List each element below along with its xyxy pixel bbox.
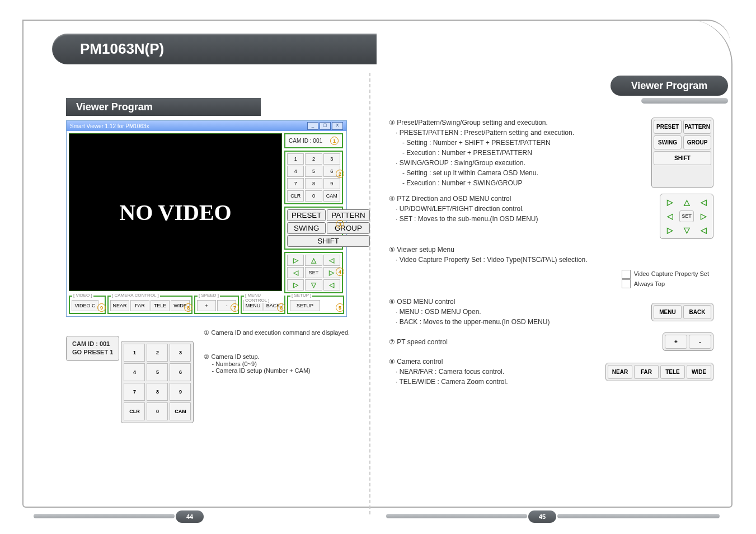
kp2-3[interactable]: 3 [170, 344, 191, 362]
key-cam[interactable]: CAM [323, 190, 340, 202]
dir-sw-icon[interactable]: ▷ [287, 279, 304, 291]
preset-panel: PRESET PATTERN SWING GROUP SHIFT 3 [284, 207, 343, 250]
kp2-9[interactable]: 9 [170, 383, 191, 401]
setup-button[interactable]: SETUP [290, 300, 320, 311]
r-far[interactable]: FAR [634, 365, 659, 379]
note-2-b: - Camera ID setup (Number + CAM) [204, 367, 350, 374]
menu-control-section: [ MENU CONTROL ] MENU BACK 6 [241, 296, 285, 314]
rdir-right-icon[interactable]: ▷ [696, 210, 711, 222]
kp2-clr[interactable]: CLR [124, 402, 145, 420]
pagebar-left [34, 514, 175, 518]
key-2[interactable]: 2 [305, 153, 322, 165]
rdir-nw-icon[interactable]: ▷ [663, 196, 677, 208]
info-line-2: GO PRESET 1 [72, 348, 113, 357]
speed-legend: [ SPEED ] [198, 293, 220, 298]
r-tele[interactable]: TELE [660, 365, 685, 379]
r-swing[interactable]: SWING [654, 135, 682, 149]
r-preset[interactable]: PRESET [654, 120, 682, 134]
camera-control-section: [ CAMERA CONTROL ] NEAR FAR TELE WIDE 8 [107, 296, 192, 314]
menu-item-video-capture[interactable]: Video Capture Property Set [622, 269, 709, 279]
kp2-5[interactable]: 5 [147, 363, 168, 381]
key-8[interactable]: 8 [305, 178, 322, 189]
speed-box: +- [663, 332, 713, 351]
dir-ne-icon[interactable]: ◁ [323, 255, 340, 266]
video-c-button[interactable]: VIDEO C [72, 300, 98, 311]
kp2-1[interactable]: 1 [124, 344, 145, 362]
rdir-left-icon[interactable]: ◁ [663, 210, 677, 222]
key-7[interactable]: 7 [287, 178, 304, 189]
rdir-up-icon[interactable]: △ [679, 196, 694, 208]
marker-4: 4 [336, 268, 344, 276]
window-close-icon[interactable]: X [332, 122, 343, 130]
video-area: NO VIDEO [69, 133, 282, 291]
swing-button[interactable]: SWING [287, 222, 326, 234]
kp2-7[interactable]: 7 [124, 383, 145, 401]
dir-down-icon[interactable]: ▽ [305, 279, 322, 291]
r-pattern[interactable]: PATTERN [683, 120, 711, 134]
page-number-left: 44 [176, 510, 204, 523]
model-pill: PM1063N(P) [52, 34, 377, 64]
r-near[interactable]: NEAR [608, 365, 632, 379]
r-menu[interactable]: MENU [654, 305, 682, 319]
key-5[interactable]: 5 [305, 166, 322, 177]
far-button[interactable]: FAR [130, 300, 149, 311]
rdir-sw-icon[interactable]: ▷ [663, 224, 677, 236]
kp2-2[interactable]: 2 [147, 344, 168, 362]
r-back[interactable]: BACK [683, 305, 711, 319]
dir-left-icon[interactable]: ◁ [287, 267, 304, 278]
r-wide[interactable]: WIDE [687, 365, 711, 379]
keypad-illustration: 1 2 3 4 5 6 7 8 9 CLR 0 CAM [121, 341, 194, 423]
info-box: CAM ID : 001 GO PRESET 1 [66, 336, 119, 361]
tele-button[interactable]: TELE [151, 300, 170, 311]
group-button[interactable]: GROUP [327, 222, 369, 234]
setup-section: [ SETUP ] SETUP 5 [287, 296, 344, 314]
r-shift[interactable]: SHIFT [654, 151, 711, 165]
window-maximize-icon[interactable]: ▢ [320, 122, 331, 130]
menuctrl-legend: [ MENU CONTROL ] [244, 293, 284, 303]
rdir-se-icon[interactable]: ◁ [696, 224, 711, 236]
kp2-cam[interactable]: CAM [170, 402, 191, 420]
near-button[interactable]: NEAR [110, 300, 129, 311]
window-minimize-icon[interactable]: _ [307, 122, 318, 130]
s4-b: ∙ SET : Moves to the sub-menu.(In OSD ME… [389, 214, 653, 224]
set-button[interactable]: SET [305, 267, 322, 278]
s6-a: ∙ MENU : OSD MENU Open. [389, 307, 645, 317]
dir-nw-icon[interactable]: ▷ [287, 255, 304, 266]
dir-up-icon[interactable]: △ [305, 255, 322, 266]
kp2-8[interactable]: 8 [147, 383, 168, 401]
r-set[interactable]: SET [679, 210, 694, 222]
kp2-0[interactable]: 0 [147, 402, 168, 420]
speed-plus-button[interactable]: + [197, 300, 216, 311]
marker-9: 9 [97, 303, 106, 312]
page-number-right: 45 [528, 510, 556, 523]
key-9[interactable]: 9 [323, 178, 340, 189]
camctrl-legend: [ CAMERA CONTROL ] [111, 293, 160, 298]
s3-f: - Execution : Number + SWING/GROUP [389, 178, 645, 188]
page-divider [369, 73, 370, 514]
s4-head: ④ PTZ Direction and OSD MENU control [389, 194, 653, 204]
rdir-down-icon[interactable]: ▽ [679, 224, 694, 236]
pagebar-right2 [557, 514, 720, 518]
kp2-6[interactable]: 6 [170, 363, 191, 381]
note-2-a: - Numbers (0~9) [204, 360, 350, 367]
key-3[interactable]: 3 [323, 153, 340, 165]
r-minus[interactable]: - [689, 335, 711, 349]
menu-box: MENUBACK [651, 303, 713, 321]
pattern-button[interactable]: PATTERN [327, 209, 369, 221]
pagebar-right [386, 514, 527, 518]
preset-button[interactable]: PRESET [287, 209, 326, 221]
menu-item-always-top[interactable]: Always Top [622, 279, 709, 289]
key-1[interactable]: 1 [287, 153, 304, 165]
key-0[interactable]: 0 [305, 190, 322, 202]
rdir-ne-icon[interactable]: ◁ [696, 196, 711, 208]
r-group[interactable]: GROUP [683, 135, 711, 149]
video-legend: [ VIDEO ] [72, 293, 93, 298]
r-plus[interactable]: + [665, 335, 687, 349]
title-viewer-left: Viewer Program [66, 98, 261, 116]
key-clr[interactable]: CLR [287, 190, 304, 202]
key-4[interactable]: 4 [287, 166, 304, 177]
dir-se-icon[interactable]: ◁ [323, 279, 340, 291]
kp2-4[interactable]: 4 [124, 363, 145, 381]
shift-button[interactable]: SHIFT [287, 235, 370, 247]
marker-7: 7 [231, 303, 239, 312]
